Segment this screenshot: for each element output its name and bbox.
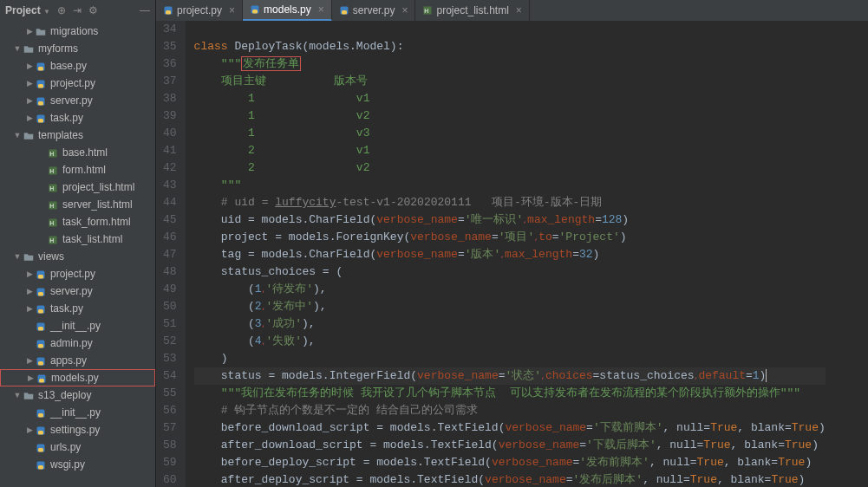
expand-arrow-icon[interactable]: ▼ [12, 131, 23, 140]
tree-file[interactable]: ▶server.py [0, 92, 155, 109]
select-opened-file-icon[interactable]: ⊕ [57, 4, 66, 16]
close-tab-icon[interactable]: × [516, 4, 522, 16]
collapse-all-icon[interactable]: ⇥ [73, 4, 82, 16]
code-editor[interactable]: 3435363738394041424344454647484950515253… [156, 21, 868, 487]
code-line[interactable]: project = models.ForeignKey(verbose_name… [194, 229, 826, 246]
hide-panel-icon[interactable]: — [140, 4, 150, 16]
expand-arrow-icon[interactable]: ▶ [24, 114, 35, 122]
code-line[interactable]: (3,'成功'), [194, 315, 826, 333]
tree-folder[interactable]: ▼s13_deploy [0, 386, 155, 404]
code-line[interactable]: (1,'待发布'), [194, 281, 826, 298]
expand-arrow-icon[interactable]: ▼ [12, 44, 23, 53]
tree-file[interactable]: Htask_form.html [0, 213, 155, 231]
expand-arrow-icon[interactable]: ▶ [24, 96, 35, 105]
tree-file[interactable]: Hbase.html [0, 144, 155, 161]
code-content[interactable]: class DeployTask(models.Model): """发布任务单… [186, 21, 826, 487]
tree-file[interactable]: Hproject_list.html [0, 179, 155, 196]
tree-file[interactable]: admin.py [0, 334, 155, 352]
code-line[interactable]: ) [194, 350, 826, 367]
svg-rect-1 [166, 10, 171, 15]
expand-arrow-icon[interactable]: ▶ [25, 373, 36, 382]
expand-arrow-icon[interactable]: ▶ [24, 269, 35, 278]
code-line[interactable]: uid = models.CharField(verbose_name='唯一标… [194, 211, 826, 229]
folder-icon [23, 389, 35, 401]
code-line[interactable]: """发布任务单 [194, 55, 826, 73]
line-number: 40 [163, 125, 177, 142]
code-line[interactable]: 1 v1 [194, 90, 826, 107]
code-line[interactable]: status_choices = ( [194, 263, 826, 281]
code-line[interactable]: 1 v2 [194, 107, 826, 125]
tree-file[interactable]: ▶server.py [0, 282, 155, 300]
close-tab-icon[interactable]: × [229, 4, 235, 16]
code-line[interactable]: before_deploy_script = models.TextField(… [194, 454, 826, 471]
tree-file[interactable]: wsgi.py [0, 456, 155, 473]
expand-arrow-icon[interactable]: ▶ [24, 304, 35, 313]
code-line[interactable]: (2,'发布中'), [194, 298, 826, 315]
tree-folder[interactable]: ▼templates [0, 127, 155, 144]
svg-rect-39 [38, 361, 43, 366]
code-line[interactable]: after_download_script = models.TextField… [194, 437, 826, 454]
settings-gear-icon[interactable]: ⚙ [88, 4, 98, 16]
tree-item-label: server.py [50, 285, 93, 297]
editor-tab[interactable]: project.py× [156, 0, 243, 21]
tree-item-label: templates [38, 129, 83, 141]
svg-text:H: H [49, 168, 54, 174]
code-line[interactable]: status = models.IntegerField(verbose_nam… [194, 367, 826, 385]
code-line[interactable]: # 钩子节点的个数是不一定的 结合自己的公司需求 [194, 402, 826, 419]
code-line[interactable]: """我们在发布任务的时候 我开设了几个钩子脚本节点 可以支持发布者在发布流程的… [194, 385, 826, 402]
expand-arrow-icon[interactable]: ▶ [24, 79, 35, 88]
tree-file[interactable]: ▶project.py [0, 265, 155, 282]
code-line[interactable]: tag = models.CharField(verbose_name='版本'… [194, 246, 826, 263]
tree-file[interactable]: ▶task.py [0, 300, 155, 317]
editor-tab[interactable]: server.py× [332, 0, 416, 21]
tree-file[interactable]: ▶task.py [0, 109, 155, 127]
tree-file[interactable]: ▶models.py [0, 369, 155, 386]
tree-folder[interactable]: ▼myforms [0, 40, 155, 57]
project-view-dropdown[interactable]: Project ▼ [5, 4, 50, 16]
expand-arrow-icon[interactable]: ▶ [24, 27, 35, 36]
line-number: 54 [163, 367, 177, 385]
line-number: 48 [163, 263, 177, 281]
line-number: 39 [163, 107, 177, 125]
project-tree[interactable]: ▶migrations▼myforms▶base.py▶project.py▶s… [0, 21, 156, 487]
tree-file[interactable]: ▶project.py [0, 75, 155, 92]
expand-arrow-icon[interactable]: ▶ [24, 425, 35, 434]
close-tab-icon[interactable]: × [401, 4, 408, 16]
code-line[interactable]: (4,'失败'), [194, 333, 826, 350]
line-number: 47 [163, 246, 177, 263]
expand-arrow-icon[interactable]: ▶ [24, 62, 35, 70]
tree-file[interactable]: Hform.html [0, 161, 155, 179]
code-line[interactable]: before_download_script = models.TextFiel… [194, 419, 826, 437]
tree-item-label: base.py [50, 60, 87, 72]
code-line[interactable]: 项目主键 版本号 [194, 73, 826, 90]
editor-tab[interactable]: H project_list.html× [415, 0, 529, 21]
tree-file[interactable]: urls.py [0, 438, 155, 456]
line-number: 49 [163, 281, 177, 298]
code-line[interactable]: 1 v3 [194, 125, 826, 142]
code-line[interactable]: 2 v2 [194, 159, 826, 177]
tree-file[interactable]: ▶apps.py [0, 352, 155, 369]
expand-arrow-icon[interactable]: ▼ [12, 391, 23, 399]
line-number: 43 [163, 177, 177, 194]
tree-file[interactable]: __init__.py [0, 317, 155, 334]
code-line[interactable] [194, 21, 826, 38]
tree-file[interactable]: ▶base.py [0, 57, 155, 75]
code-line[interactable]: # uid = luffycity-test-v1-20202020111 项目… [194, 194, 826, 211]
tree-file[interactable]: Htask_list.html [0, 231, 155, 248]
expand-arrow-icon[interactable]: ▶ [24, 287, 35, 295]
svg-rect-5 [342, 10, 347, 15]
tree-file[interactable]: Hserver_list.html [0, 196, 155, 213]
tree-folder[interactable]: ▼views [0, 248, 155, 265]
tree-folder[interactable]: ▶migrations [0, 23, 155, 40]
editor-tab[interactable]: models.py× [243, 0, 332, 21]
code-line[interactable]: """ [194, 177, 826, 194]
tree-file[interactable]: ▶settings.py [0, 421, 155, 438]
code-line[interactable]: 2 v1 [194, 142, 826, 159]
code-line[interactable]: class DeployTask(models.Model): [194, 38, 826, 55]
close-tab-icon[interactable]: × [318, 3, 324, 16]
expand-arrow-icon[interactable]: ▶ [24, 356, 35, 365]
tree-file[interactable]: __init__.py [0, 404, 155, 421]
tree-item-label: models.py [51, 372, 99, 384]
expand-arrow-icon[interactable]: ▼ [12, 252, 23, 261]
code-line[interactable]: after_deploy_script = models.TextField(v… [194, 471, 826, 487]
